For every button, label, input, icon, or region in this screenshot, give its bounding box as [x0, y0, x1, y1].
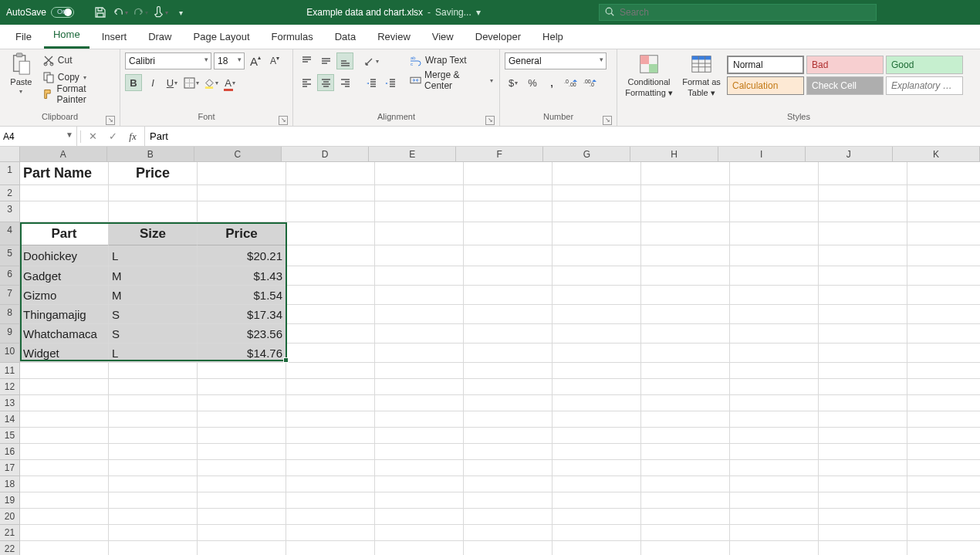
cell[interactable]: [553, 305, 641, 324]
enter-formula-button[interactable]: ✓: [104, 128, 121, 145]
cell[interactable]: [198, 411, 286, 428]
row-header-6[interactable]: 6: [0, 266, 20, 286]
cell[interactable]: [109, 525, 198, 541]
cell[interactable]: [375, 476, 464, 492]
cell[interactable]: [198, 185, 286, 201]
cell[interactable]: [553, 476, 641, 492]
cell[interactable]: [464, 395, 553, 411]
cell[interactable]: [375, 411, 464, 428]
font-color-button[interactable]: A: [221, 74, 238, 91]
cell[interactable]: [109, 201, 198, 222]
cell[interactable]: [464, 525, 553, 541]
cell[interactable]: [286, 201, 375, 222]
cell[interactable]: [375, 395, 464, 411]
touch-mode-icon[interactable]: [153, 5, 168, 20]
cell[interactable]: [464, 492, 553, 509]
fill-color-button[interactable]: [202, 74, 219, 91]
wrap-text-button[interactable]: abcWrap Text: [408, 52, 495, 68]
row-header-13[interactable]: 13: [0, 395, 20, 411]
align-top-button[interactable]: [298, 52, 315, 69]
font-name-select[interactable]: Calibri: [125, 52, 211, 69]
cell[interactable]: [819, 411, 907, 428]
cell[interactable]: [730, 476, 819, 492]
cell[interactable]: [553, 509, 641, 525]
cell-b8[interactable]: S: [109, 305, 198, 324]
cell[interactable]: [819, 395, 907, 411]
name-box-input[interactable]: [0, 131, 62, 142]
cell[interactable]: [20, 541, 109, 555]
align-center-button[interactable]: [317, 74, 334, 91]
cell[interactable]: [464, 162, 553, 185]
cell[interactable]: [730, 162, 819, 185]
cell-c5[interactable]: $20.21: [198, 245, 286, 266]
tab-view[interactable]: View: [423, 26, 463, 49]
cell[interactable]: [286, 509, 375, 525]
cell[interactable]: [375, 428, 464, 444]
increase-decimal-button[interactable]: .0.00: [563, 74, 580, 91]
cell-b1[interactable]: Price: [109, 162, 198, 185]
accounting-format-button[interactable]: $: [505, 74, 522, 91]
row-header-3[interactable]: 3: [0, 201, 20, 222]
cell[interactable]: [198, 379, 286, 395]
cell[interactable]: [375, 525, 464, 541]
font-launcher[interactable]: ↘: [279, 116, 288, 125]
cell[interactable]: [819, 222, 907, 245]
conditional-formatting-button[interactable]: Conditional Formatting ▾: [622, 52, 676, 107]
cell[interactable]: [907, 492, 980, 509]
cell[interactable]: [375, 363, 464, 379]
cell[interactable]: [375, 185, 464, 201]
cell[interactable]: [553, 541, 641, 555]
percent-format-button[interactable]: %: [524, 74, 541, 91]
cell[interactable]: [109, 460, 198, 476]
col-header-c[interactable]: C: [194, 147, 282, 161]
cell[interactable]: [819, 525, 907, 541]
cell-c9[interactable]: $23.56: [198, 324, 286, 343]
row-header-19[interactable]: 19: [0, 492, 20, 509]
cell[interactable]: [907, 363, 980, 379]
name-box[interactable]: ▼: [0, 127, 77, 146]
cell[interactable]: [907, 460, 980, 476]
cell[interactable]: [375, 286, 464, 305]
cell[interactable]: [464, 222, 553, 245]
cell[interactable]: [109, 428, 198, 444]
cell-a4[interactable]: Part: [20, 222, 109, 245]
cell[interactable]: [819, 363, 907, 379]
cell-c1[interactable]: [198, 162, 286, 185]
cell[interactable]: [907, 266, 980, 286]
cell[interactable]: [464, 185, 553, 201]
cell[interactable]: [20, 379, 109, 395]
cut-button[interactable]: Cut: [41, 52, 115, 68]
align-middle-button[interactable]: [317, 52, 334, 69]
cell[interactable]: [907, 245, 980, 266]
cell[interactable]: [286, 444, 375, 460]
cell[interactable]: [464, 379, 553, 395]
col-header-f[interactable]: F: [456, 147, 543, 161]
row-header-21[interactable]: 21: [0, 525, 20, 541]
cell-b7[interactable]: M: [109, 286, 198, 305]
cell[interactable]: [907, 525, 980, 541]
cell[interactable]: [730, 201, 819, 222]
row-header-22[interactable]: 22: [0, 541, 20, 555]
cell[interactable]: [109, 444, 198, 460]
tab-home[interactable]: Home: [44, 24, 90, 49]
style-good[interactable]: Good: [886, 56, 963, 74]
col-header-a[interactable]: A: [20, 147, 107, 161]
cell[interactable]: [286, 492, 375, 509]
cell-c8[interactable]: $17.34: [198, 305, 286, 324]
cell[interactable]: [641, 222, 730, 245]
cell[interactable]: [375, 266, 464, 286]
cell[interactable]: [375, 492, 464, 509]
cell[interactable]: [730, 525, 819, 541]
col-header-g[interactable]: G: [543, 147, 630, 161]
tab-page-layout[interactable]: Page Layout: [184, 26, 259, 49]
comma-format-button[interactable]: ,: [543, 74, 560, 91]
tab-formulas[interactable]: Formulas: [262, 26, 323, 49]
style-normal[interactable]: Normal: [727, 56, 804, 74]
decrease-decimal-button[interactable]: .00.0: [582, 74, 599, 91]
cell[interactable]: [553, 460, 641, 476]
cell[interactable]: [730, 428, 819, 444]
cell[interactable]: [819, 201, 907, 222]
cell-b4[interactable]: Size: [109, 222, 198, 245]
cell[interactable]: [20, 509, 109, 525]
cell[interactable]: [641, 201, 730, 222]
